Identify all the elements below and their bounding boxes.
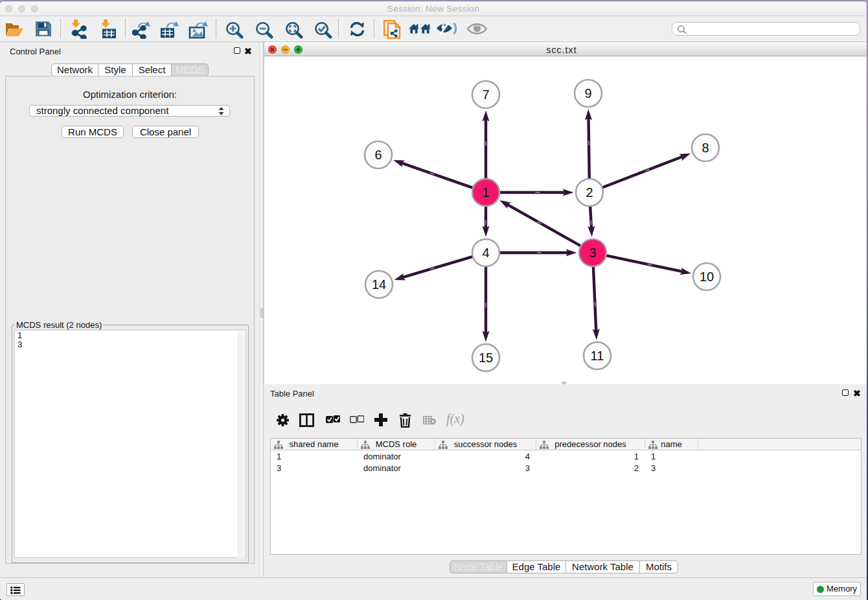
svg-text:7: 7 <box>482 87 489 102</box>
svg-text:15: 15 <box>479 351 493 365</box>
svg-text:1: 1 <box>482 185 489 200</box>
svg-text:14: 14 <box>372 277 386 292</box>
svg-text:10: 10 <box>700 270 714 284</box>
svg-text:3: 3 <box>589 246 596 260</box>
svg-text:2: 2 <box>586 185 593 200</box>
svg-text:4: 4 <box>482 246 489 260</box>
svg-text:8: 8 <box>702 141 709 155</box>
svg-text:6: 6 <box>374 148 382 162</box>
svg-text:9: 9 <box>584 86 591 100</box>
svg-text:11: 11 <box>591 349 604 363</box>
